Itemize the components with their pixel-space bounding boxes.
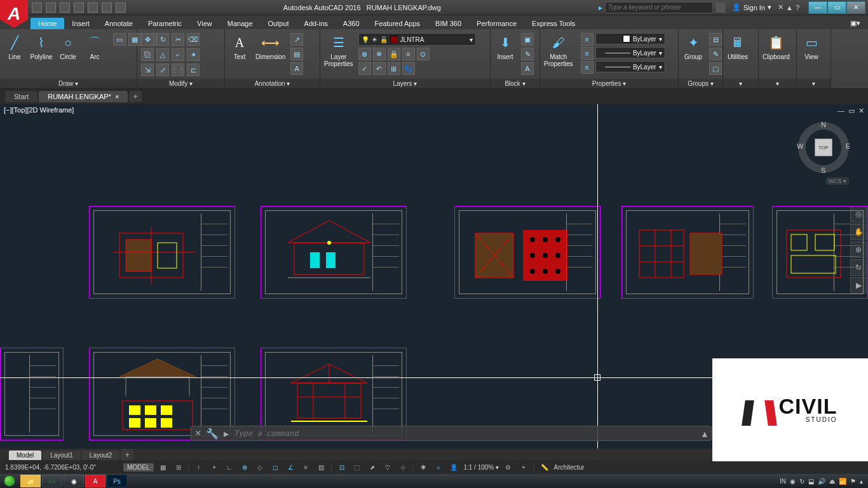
tab-a360[interactable]: A360 [336, 18, 367, 29]
prop-icon2[interactable]: ≡ [581, 47, 593, 60]
otrack-icon[interactable]: ∠ [285, 461, 296, 473]
circle-button[interactable]: ○Circle [57, 33, 79, 60]
exchange-icon[interactable]: ✕ [778, 3, 783, 11]
signin-button[interactable]: 👤 Sign In ▾ [728, 3, 775, 11]
close-icon[interactable]: × [115, 93, 119, 100]
tab-addins[interactable]: Add-ins [297, 18, 336, 29]
table-icon[interactable]: ▤ [290, 48, 303, 60]
ungroup-icon[interactable]: ⊟ [709, 33, 722, 46]
panel-groups-title[interactable]: Groups ▾ [679, 79, 722, 88]
selection-filter-icon[interactable]: ▽ [382, 461, 393, 473]
prop-icon3[interactable]: ≡ [581, 61, 593, 74]
tab-express[interactable]: Express Tools [524, 18, 583, 29]
layer-off-icon[interactable]: ⊗ [358, 48, 371, 60]
tab-performance[interactable]: Performance [469, 18, 524, 29]
layer-previous-icon[interactable]: ↶ [373, 62, 386, 75]
layer-properties-button[interactable]: ☰Layer Properties [324, 33, 353, 67]
tray-chrome-icon[interactable]: ◉ [790, 478, 796, 485]
lineweight-dropdown[interactable]: ByLayer▾ [595, 47, 665, 58]
drawing-frame[interactable] [454, 206, 600, 299]
close-button[interactable]: ✕ [846, 1, 865, 14]
viewcube-face[interactable]: TOP [815, 139, 832, 156]
group-bb-icon[interactable]: ▢ [709, 62, 722, 75]
stretch-icon[interactable]: ⇲ [141, 64, 154, 76]
viewcube-s[interactable]: S [821, 166, 825, 174]
layer-walk-icon[interactable]: 👣 [402, 62, 415, 75]
tray-network-icon[interactable]: 📶 [839, 478, 846, 485]
panel-properties-title[interactable]: Properties ▾ [540, 79, 678, 88]
tab-output[interactable]: Output [261, 18, 297, 29]
line-button[interactable]: ╱Line [4, 33, 25, 60]
viewport-label[interactable]: [−][Top][2D Wireframe] [3, 105, 75, 114]
qat-saveas-icon[interactable] [74, 3, 84, 13]
trim-icon[interactable]: ✂ [172, 33, 184, 46]
qat-redo-icon[interactable] [116, 3, 126, 13]
vp-minimize-icon[interactable]: — [837, 107, 844, 115]
leader-icon[interactable]: ↗ [290, 33, 303, 46]
panel-draw-title[interactable]: Draw ▾ [0, 79, 137, 88]
fillet-icon[interactable]: ⌐ [172, 48, 184, 61]
linetype-dropdown[interactable]: ByLayer▾ [595, 61, 665, 72]
viewcube-w[interactable]: W [797, 142, 803, 150]
coordinates[interactable]: 1.8399E+04, -6.7206E+03, 0'-0" [5, 464, 119, 471]
add-layout-button[interactable]: + [121, 449, 133, 461]
expand-icon[interactable]: ▴ [702, 428, 707, 440]
paste-button[interactable]: 📋Clipboard [763, 33, 790, 60]
selection-cycling-icon[interactable]: ⊡ [336, 461, 348, 473]
tab-manage[interactable]: Manage [220, 18, 261, 29]
dyn-ucs-icon[interactable]: ⬈ [367, 461, 378, 473]
help-icon[interactable]: ? [796, 4, 799, 11]
units-icon[interactable]: 📏 [539, 461, 550, 473]
qat-open-icon[interactable] [46, 3, 56, 13]
panel-block-title[interactable]: Block ▾ [491, 79, 539, 88]
tray-safely-remove-icon[interactable]: ⏏ [829, 478, 835, 485]
wcs-label[interactable]: WCS ▾ [826, 177, 850, 185]
tray-expand-icon[interactable]: ▴ [860, 478, 863, 485]
layer-state-icon[interactable]: ⊞ [388, 62, 400, 75]
text-button[interactable]: AText [229, 33, 250, 60]
drawing-frame[interactable] [89, 206, 235, 299]
qat-save-icon[interactable] [60, 3, 70, 13]
ortho-icon[interactable]: ∟ [224, 461, 235, 473]
gizmo-icon[interactable]: ⊹ [397, 461, 409, 473]
panel-layers-title[interactable]: Layers ▾ [320, 79, 490, 88]
view-button[interactable]: ▭View [801, 33, 822, 60]
tray-action-icon[interactable]: ⚑ [850, 478, 856, 485]
language-indicator[interactable]: IN [780, 478, 786, 485]
maximize-button[interactable]: ▭ [827, 1, 846, 14]
close-icon[interactable]: × [195, 428, 201, 439]
drawing-frame[interactable] [261, 206, 407, 299]
prop-icon1[interactable]: ≡ [581, 33, 593, 46]
infer-icon[interactable]: ⊦ [193, 461, 205, 473]
layer-dropdown[interactable]: 💡☀🔓 JLNTRA ▾ [358, 33, 476, 46]
scale-label[interactable]: 1:1 / 100% ▾ [463, 464, 499, 471]
viewcube[interactable]: TOP N S E W [798, 122, 849, 173]
workspace-gear-icon[interactable]: ⚙ [503, 461, 514, 473]
scale-icon[interactable]: ⤢ [156, 64, 169, 76]
qat-undo-icon[interactable] [102, 3, 112, 13]
drawing-frame[interactable] [0, 348, 64, 440]
tab-annotate[interactable]: Annotate [97, 18, 140, 29]
snap-icon[interactable]: ⊞ [173, 461, 184, 473]
grid-icon[interactable]: ▦ [158, 461, 169, 473]
taskbar-chrome-icon[interactable]: ◉ [64, 475, 84, 487]
panel-modify-title[interactable]: Modify ▾ [137, 79, 224, 88]
recent-icon[interactable]: ▸ [224, 428, 229, 440]
drawing-frame[interactable] [621, 206, 754, 299]
lineweight-icon[interactable]: ≡ [300, 461, 311, 473]
layer-freeze-icon[interactable]: ❄ [373, 48, 386, 60]
osnap-icon[interactable]: ◻ [269, 461, 281, 473]
layout-tab-2[interactable]: Layout2 [82, 451, 120, 460]
vp-close-icon[interactable]: ✕ [858, 107, 864, 115]
viewcube-n[interactable]: N [821, 121, 826, 128]
erase-icon[interactable]: ⌫ [187, 33, 200, 46]
model-space-toggle[interactable]: MODEL [123, 463, 154, 471]
tab-start[interactable]: Start [5, 91, 37, 102]
dynamic-input-icon[interactable]: + [208, 461, 220, 473]
iso-icon[interactable]: ◇ [254, 461, 266, 473]
layer-lock-icon[interactable]: 🔒 [388, 48, 400, 60]
layout-tab-model[interactable]: Model [9, 451, 41, 460]
group-button[interactable]: ✦Group [682, 33, 704, 60]
taskbar-photoshop-icon[interactable]: Ps [107, 475, 127, 487]
match-properties-button[interactable]: 🖌Match Properties [544, 33, 573, 67]
